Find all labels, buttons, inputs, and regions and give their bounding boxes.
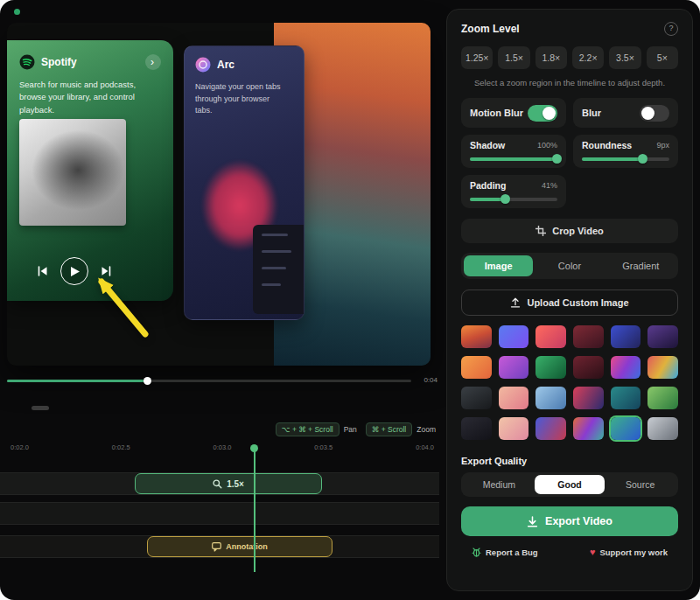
next-track-icon[interactable] <box>101 266 112 276</box>
upload-custom-image-button[interactable]: Upload Custom Image <box>461 290 678 316</box>
video-frame[interactable]: Spotify Search for music and podcasts, b… <box>7 23 430 366</box>
wallpaper-thumb[interactable] <box>461 356 492 379</box>
heart-icon <box>590 548 596 557</box>
support-link[interactable]: Support my work <box>590 548 668 557</box>
crop-video-button[interactable]: Crop Video <box>461 219 678 243</box>
quality-option-source[interactable]: Source <box>605 475 676 494</box>
report-bug-label: Report a Bug <box>486 548 538 557</box>
wallpaper-thumb[interactable] <box>499 356 529 379</box>
scrubber-track[interactable] <box>7 380 411 382</box>
wallpaper-thumb[interactable] <box>461 387 492 409</box>
annotation-segment-label: Annotation <box>226 542 268 551</box>
video-preview: Spotify Search for music and podcasts, b… <box>7 9 438 371</box>
shadow-slider-handle[interactable] <box>552 154 562 164</box>
scrubber-handle[interactable] <box>144 377 151 385</box>
tab-color[interactable]: Color <box>535 255 604 276</box>
wallpaper-thumb[interactable] <box>648 325 678 348</box>
blur-toggle[interactable] <box>640 105 669 122</box>
wallpaper-thumb[interactable] <box>648 387 678 409</box>
menubar-icon <box>14 9 20 15</box>
wallpaper-thumb[interactable] <box>536 356 566 379</box>
speech-bubble-icon <box>212 542 221 552</box>
zoom-level-options: 1.25× 1.5× 1.8× 2.2× 3.5× 5× <box>461 46 678 69</box>
zoom-segment[interactable]: 1.5× <box>135 473 322 494</box>
tab-image[interactable]: Image <box>464 255 533 276</box>
zoom-option-button[interactable]: 2.2× <box>572 46 604 69</box>
spotify-card-description: Search for music and podcasts, browse yo… <box>19 79 158 116</box>
help-icon[interactable] <box>664 22 678 36</box>
quality-option-good[interactable]: Good <box>535 475 606 494</box>
annotation-segment[interactable]: Annotation <box>147 536 332 557</box>
panel-resize-handle[interactable] <box>32 406 49 410</box>
wallpaper-thumb[interactable] <box>461 417 492 440</box>
zoom-option-button[interactable]: 1.25× <box>461 46 493 69</box>
wallpaper-thumb[interactable] <box>461 325 492 348</box>
crop-video-label: Crop Video <box>552 226 603 236</box>
shadow-value: 100% <box>537 141 557 150</box>
blur-label: Blur <box>582 108 601 118</box>
video-track[interactable] <box>0 502 439 525</box>
tab-gradient[interactable]: Gradient <box>606 255 676 276</box>
zoom-hint-label: Zoom <box>416 425 436 434</box>
wallpaper-thumb[interactable] <box>611 387 641 409</box>
export-quality-segmented: Medium Good Source <box>461 472 678 497</box>
wallpaper-thumb[interactable] <box>499 325 529 348</box>
zoom-option-button[interactable]: 1.5× <box>498 46 529 69</box>
wallpaper-thumb[interactable] <box>536 387 566 409</box>
padding-slider-handle[interactable] <box>500 194 510 204</box>
background-tabs: Image Color Gradient <box>461 253 678 279</box>
padding-label: Padding <box>470 180 506 191</box>
zoom-option-button[interactable]: 3.5× <box>609 46 640 69</box>
wallpaper-thumb[interactable] <box>611 356 641 379</box>
zoom-option-button[interactable]: 5× <box>647 46 678 69</box>
wallpaper-thumb[interactable] <box>648 356 678 379</box>
scrubber-progress <box>7 380 149 382</box>
arc-card: Arc Navigate your open tabs through your… <box>184 45 304 320</box>
chevron-right-icon[interactable] <box>145 54 161 70</box>
spotify-card-title: Spotify <box>41 56 139 68</box>
timeline-ruler[interactable]: 0:02.0 0:02.5 0:03.0 0:03.5 0:04.0 <box>7 443 438 451</box>
arc-logo-icon <box>195 57 211 73</box>
album-art <box>19 119 126 226</box>
export-video-button[interactable]: Export Video <box>461 506 678 536</box>
wallpaper-thumb[interactable] <box>573 417 604 440</box>
wallpaper-thumb[interactable] <box>611 417 641 440</box>
wallpaper-thumb[interactable] <box>499 417 529 440</box>
wallpaper-thumb[interactable] <box>499 387 529 409</box>
previous-track-icon[interactable] <box>37 266 48 276</box>
ruler-tick-label: 0:02.5 <box>112 443 130 451</box>
wallpaper-thumb[interactable] <box>611 325 641 348</box>
wallpaper-thumb[interactable] <box>536 325 566 348</box>
wallpaper-thumb[interactable] <box>536 417 566 440</box>
shadow-card: Shadow 100% <box>461 135 566 168</box>
shadow-label: Shadow <box>470 140 505 150</box>
wallpaper-thumb[interactable] <box>648 417 678 440</box>
spotify-card: Spotify Search for music and podcasts, b… <box>7 40 173 301</box>
shadow-slider[interactable] <box>470 157 557 161</box>
motion-blur-label: Motion Blur <box>470 108 523 118</box>
playback-scrubber[interactable]: 0:04 <box>7 376 438 387</box>
motion-blur-toggle[interactable] <box>528 105 557 122</box>
wallpaper-thumb[interactable] <box>573 356 604 379</box>
zoom-segment-label: 1.5× <box>227 479 244 489</box>
spotify-logo-icon <box>19 54 35 70</box>
roundness-slider-handle[interactable] <box>638 154 648 164</box>
roundness-slider[interactable] <box>582 157 669 161</box>
wallpaper-thumb[interactable] <box>573 325 604 348</box>
playhead-line[interactable] <box>254 448 256 572</box>
settings-panel: Zoom Level 1.25× 1.5× 1.8× 2.2× 3.5× 5× … <box>446 9 693 591</box>
quality-option-medium[interactable]: Medium <box>464 475 535 494</box>
arc-card-title: Arc <box>217 59 234 71</box>
zoom-option-button[interactable]: 1.8× <box>536 46 567 69</box>
wallpaper-grid <box>461 325 678 440</box>
zoom-track[interactable]: 1.5× <box>0 472 439 495</box>
wallpaper-thumb[interactable] <box>573 387 604 409</box>
play-button[interactable] <box>60 257 88 285</box>
crop-icon <box>536 226 546 236</box>
pan-hint: ⌥ + ⌘ + Scroll Pan <box>276 422 357 436</box>
report-bug-link[interactable]: Report a Bug <box>472 548 538 557</box>
annotation-track[interactable]: Annotation <box>0 535 439 558</box>
padding-slider[interactable] <box>470 198 557 201</box>
export-video-label: Export Video <box>545 515 612 527</box>
roundness-label: Roundness <box>582 140 632 150</box>
